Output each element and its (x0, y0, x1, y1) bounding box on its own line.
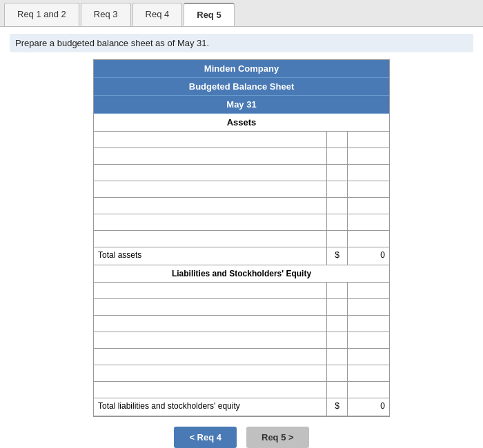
asset-row-3 (94, 165, 389, 181)
asset-value-7[interactable] (348, 231, 389, 247)
liab-row-4 (94, 332, 389, 349)
asset-value-3[interactable] (348, 165, 389, 181)
asset-currency-1 (327, 132, 348, 147)
tab-req-5[interactable]: Req 5 (184, 3, 234, 26)
total-liab-currency: $ (327, 398, 348, 416)
asset-value-4[interactable] (348, 181, 389, 197)
assets-label: Assets (94, 114, 389, 132)
liab-label-1[interactable] (94, 283, 327, 298)
total-liab-label: Total liabilities and stockholders' equi… (94, 398, 327, 416)
sheet-date: May 31 (94, 96, 389, 114)
total-liab-row: Total liabilities and stockholders' equi… (94, 398, 389, 416)
asset-row-6 (94, 214, 389, 231)
asset-label-4[interactable] (94, 181, 327, 197)
liab-value-5[interactable] (348, 349, 389, 365)
tab-req-1-2[interactable]: Req 1 and 2 (4, 3, 79, 26)
asset-currency-2 (327, 148, 348, 164)
total-assets-row: Total assets $ 0 (94, 247, 389, 265)
asset-label-2[interactable] (94, 148, 327, 164)
liab-currency-7 (327, 382, 348, 398)
total-assets-value[interactable]: 0 (348, 247, 389, 265)
asset-currency-7 (327, 231, 348, 247)
liab-label-4[interactable] (94, 332, 327, 348)
instruction-text: Prepare a budgeted balance sheet as of M… (10, 34, 473, 52)
tab-bar: Req 1 and 2 Req 3 Req 4 Req 5 (0, 0, 483, 27)
liab-currency-3 (327, 316, 348, 332)
liab-value-6[interactable] (348, 365, 389, 381)
bottom-nav: < Req 4 Req 5 > (10, 427, 473, 448)
total-assets-label: Total assets (94, 247, 327, 265)
liab-currency-1 (327, 283, 348, 298)
asset-row-1 (94, 132, 389, 148)
liab-label-7[interactable] (94, 382, 327, 398)
liab-value-1[interactable] (348, 283, 389, 298)
prev-button[interactable]: < Req 4 (174, 427, 237, 448)
asset-label-5[interactable] (94, 198, 327, 214)
liabilities-label: Liabilities and Stockholders' Equity (94, 265, 389, 283)
asset-currency-5 (327, 198, 348, 214)
asset-label-1[interactable] (94, 132, 327, 147)
asset-currency-4 (327, 181, 348, 197)
asset-value-5[interactable] (348, 198, 389, 214)
total-assets-currency: $ (327, 247, 348, 265)
asset-currency-6 (327, 214, 348, 230)
liab-value-2[interactable] (348, 299, 389, 315)
liab-label-5[interactable] (94, 349, 327, 365)
liab-currency-5 (327, 349, 348, 365)
sheet-title: Budgeted Balance Sheet (94, 78, 389, 96)
asset-value-2[interactable] (348, 148, 389, 164)
asset-value-1[interactable] (348, 132, 389, 147)
company-name: Minden Company (94, 60, 389, 78)
asset-label-7[interactable] (94, 231, 327, 247)
asset-row-7 (94, 231, 389, 247)
liab-value-3[interactable] (348, 316, 389, 332)
liab-row-5 (94, 349, 389, 365)
liab-currency-6 (327, 365, 348, 381)
liab-currency-2 (327, 299, 348, 315)
liab-value-4[interactable] (348, 332, 389, 348)
asset-row-4 (94, 181, 389, 198)
liab-label-2[interactable] (94, 299, 327, 315)
tab-req-4[interactable]: Req 4 (132, 3, 183, 26)
next-button[interactable]: Req 5 > (246, 427, 309, 448)
asset-value-6[interactable] (348, 214, 389, 230)
total-liab-value[interactable]: 0 (348, 398, 389, 416)
liab-row-2 (94, 299, 389, 316)
main-content: Prepare a budgeted balance sheet as of M… (0, 27, 483, 448)
asset-label-6[interactable] (94, 214, 327, 230)
liab-value-7[interactable] (348, 382, 389, 398)
asset-row-5 (94, 198, 389, 214)
balance-sheet-table: Minden Company Budgeted Balance Sheet Ma… (93, 59, 390, 417)
asset-row-2 (94, 148, 389, 165)
liab-row-6 (94, 365, 389, 382)
liab-label-3[interactable] (94, 316, 327, 332)
liab-currency-4 (327, 332, 348, 348)
liab-row-7 (94, 382, 389, 398)
tab-req-3[interactable]: Req 3 (81, 3, 131, 26)
asset-label-3[interactable] (94, 165, 327, 181)
asset-currency-3 (327, 165, 348, 181)
liab-label-6[interactable] (94, 365, 327, 381)
liab-row-1 (94, 283, 389, 299)
liab-row-3 (94, 316, 389, 332)
